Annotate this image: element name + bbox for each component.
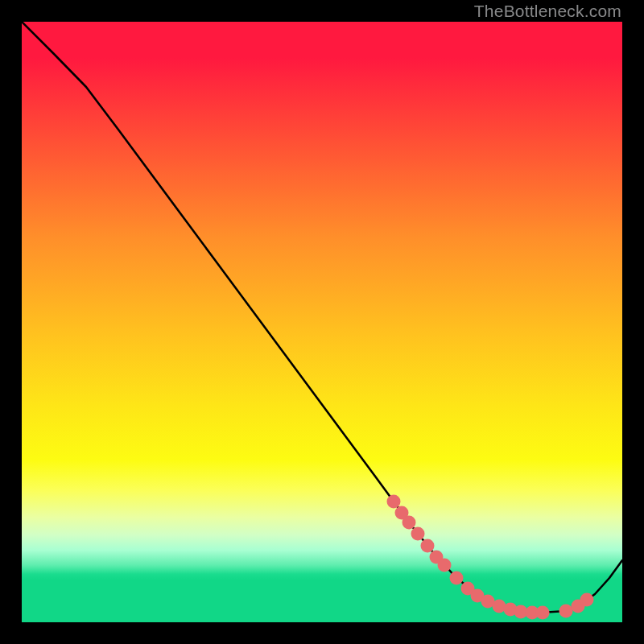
attribution-label: TheBottleneck.com — [474, 2, 621, 21]
plot-area — [22, 22, 622, 622]
chart-container: TheBottleneck.com — [0, 0, 644, 644]
gradient-background — [22, 22, 622, 622]
